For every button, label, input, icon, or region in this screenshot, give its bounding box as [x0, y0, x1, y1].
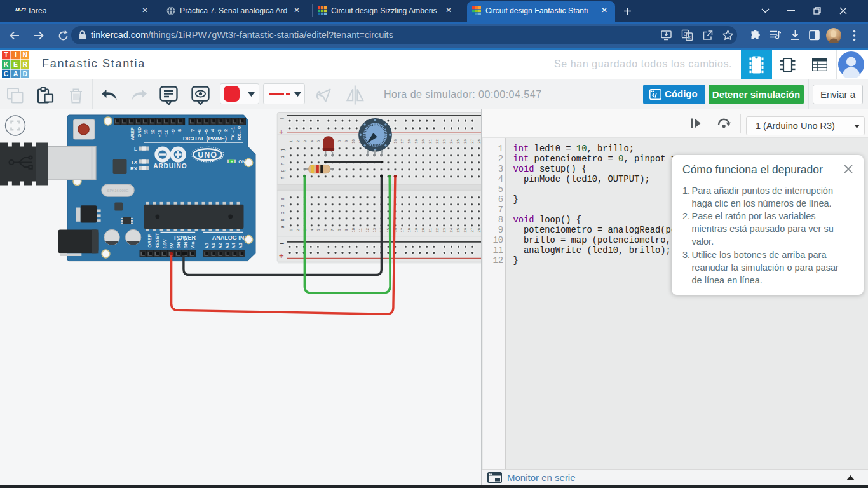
svg-text:T: T: [4, 51, 8, 58]
svg-text:K: K: [3, 60, 8, 68]
svg-text:18: 18: [407, 227, 411, 232]
svg-text:GND: GND: [176, 238, 182, 248]
svg-text:e: e: [280, 198, 285, 200]
svg-text:RESET: RESET: [154, 233, 160, 248]
svg-text:24: 24: [449, 139, 453, 144]
svg-text:GND: GND: [183, 238, 189, 248]
svg-text:11: 11: [358, 227, 362, 232]
svg-text:28: 28: [477, 139, 481, 144]
svg-text:5V: 5V: [169, 243, 175, 248]
svg-text:ANALOG IN: ANALOG IN: [212, 234, 245, 241]
svg-text:8: 8: [177, 129, 182, 132]
svg-text:DIGITAL (PWM~): DIGITAL (PWM~): [183, 135, 227, 142]
svg-text:17: 17: [400, 139, 404, 144]
svg-text:20: 20: [421, 139, 425, 144]
svg-text:+: +: [279, 251, 284, 261]
svg-text:18: 18: [407, 139, 411, 144]
svg-text:g: g: [280, 170, 285, 172]
svg-text:j: j: [280, 149, 285, 151]
svg-text:12: 12: [150, 129, 156, 134]
svg-text:C: C: [3, 69, 8, 77]
svg-text:RX←0: RX←0: [236, 126, 242, 140]
svg-text:TX: TX: [131, 159, 138, 165]
svg-text:27: 27: [470, 227, 474, 232]
svg-text:19: 19: [414, 139, 418, 144]
svg-text:10: 10: [351, 139, 355, 144]
svg-text:A5: A5: [238, 243, 243, 248]
svg-text:a: a: [280, 226, 285, 229]
svg-text:I: I: [15, 51, 17, 58]
svg-text:D: D: [22, 69, 27, 77]
svg-text:~10: ~10: [163, 130, 169, 138]
svg-text:13: 13: [143, 129, 149, 134]
svg-text:A2: A2: [217, 243, 223, 248]
svg-text:h: h: [280, 163, 285, 165]
svg-text:22: 22: [435, 227, 439, 232]
svg-text:~6: ~6: [196, 129, 202, 134]
svg-text:26: 26: [463, 139, 467, 144]
svg-text:−: −: [280, 114, 284, 123]
svg-text:R: R: [22, 60, 27, 68]
svg-text:c: c: [280, 212, 285, 214]
svg-text:2: 2: [223, 129, 229, 132]
svg-text:b: b: [280, 219, 285, 221]
svg-text:27: 27: [470, 139, 474, 144]
svg-text:SPK16.000G: SPK16.000G: [107, 189, 129, 193]
svg-text:19: 19: [414, 227, 418, 232]
svg-text:ON: ON: [238, 159, 245, 165]
svg-text:AREF: AREF: [130, 127, 135, 140]
svg-text:~5: ~5: [203, 129, 209, 134]
svg-text:d: d: [280, 205, 285, 207]
svg-text:12: 12: [365, 227, 369, 232]
svg-text:+: +: [279, 127, 284, 137]
svg-text:22: 22: [435, 139, 439, 144]
svg-text:L: L: [134, 146, 137, 152]
svg-text:RX: RX: [130, 166, 138, 172]
svg-text:10: 10: [351, 227, 355, 232]
svg-text:23: 23: [442, 227, 446, 232]
svg-text:20: 20: [421, 227, 425, 232]
svg-text:A3: A3: [224, 243, 230, 248]
svg-text:26: 26: [463, 227, 467, 232]
svg-text:G: G: [683, 31, 687, 37]
svg-text:25: 25: [456, 139, 460, 144]
svg-text:21: 21: [428, 227, 432, 232]
svg-text:Vin: Vin: [190, 241, 196, 249]
svg-text:3.3V: 3.3V: [162, 239, 168, 248]
svg-text:A: A: [13, 69, 18, 77]
svg-text:7: 7: [190, 129, 196, 132]
svg-text:A4: A4: [231, 242, 236, 248]
svg-text:24: 24: [449, 227, 453, 232]
svg-text:TX→1: TX→1: [230, 127, 236, 140]
svg-text:IOREF: IOREF: [147, 234, 153, 248]
svg-text:f: f: [280, 176, 285, 179]
svg-text:x: x: [688, 34, 691, 40]
svg-text:i: i: [280, 156, 285, 158]
svg-text:E: E: [13, 60, 17, 68]
svg-text:~9: ~9: [170, 129, 176, 134]
svg-text:~11: ~11: [157, 130, 163, 137]
svg-text:A0: A0: [204, 243, 210, 248]
svg-text:25: 25: [456, 227, 460, 232]
svg-text:N: N: [22, 51, 27, 58]
svg-text:21: 21: [428, 139, 432, 144]
svg-text:16: 16: [393, 139, 397, 144]
svg-text:A1: A1: [210, 243, 216, 248]
svg-text:17: 17: [400, 227, 404, 232]
svg-text:GND: GND: [137, 126, 142, 137]
svg-text:23: 23: [442, 139, 446, 144]
svg-text:~3: ~3: [217, 129, 222, 134]
svg-text:13: 13: [372, 227, 376, 232]
svg-text:28: 28: [477, 227, 481, 232]
svg-text:UNO: UNO: [198, 151, 217, 159]
svg-text:−: −: [280, 239, 284, 248]
svg-text:ARDUINO: ARDUINO: [153, 163, 187, 170]
